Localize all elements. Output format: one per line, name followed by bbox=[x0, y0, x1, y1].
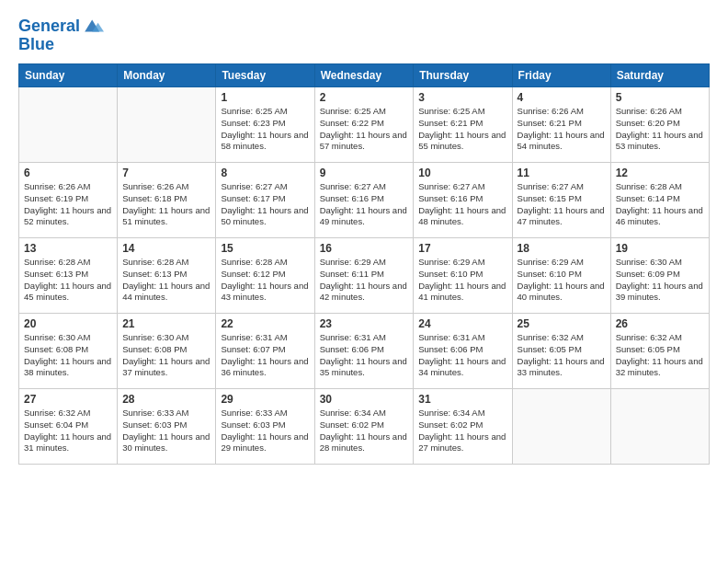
cell-info: Sunrise: 6:28 AMSunset: 6:13 PMDaylight:… bbox=[24, 257, 112, 304]
calendar-cell: 13 Sunrise: 6:28 AMSunset: 6:13 PMDaylig… bbox=[19, 238, 118, 314]
day-number: 15 bbox=[221, 242, 309, 255]
logo: General Blue bbox=[18, 17, 104, 54]
calendar-cell: 2 Sunrise: 6:25 AMSunset: 6:22 PMDayligh… bbox=[314, 87, 414, 163]
calendar-week-0: 1 Sunrise: 6:25 AMSunset: 6:23 PMDayligh… bbox=[19, 87, 710, 163]
calendar-week-3: 20 Sunrise: 6:30 AMSunset: 6:08 PMDaylig… bbox=[19, 314, 710, 389]
cell-info: Sunrise: 6:25 AMSunset: 6:22 PMDaylight:… bbox=[320, 106, 409, 153]
cell-info: Sunrise: 6:30 AMSunset: 6:08 PMDaylight:… bbox=[122, 332, 210, 379]
calendar-header-monday: Monday bbox=[118, 64, 216, 87]
day-number: 17 bbox=[418, 242, 506, 255]
day-number: 10 bbox=[418, 167, 506, 179]
cell-info: Sunrise: 6:33 AMSunset: 6:03 PMDaylight:… bbox=[122, 408, 210, 454]
logo-blue: Blue bbox=[18, 35, 104, 54]
logo-icon bbox=[82, 15, 104, 37]
cell-info: Sunrise: 6:29 AMSunset: 6:11 PMDaylight:… bbox=[320, 257, 409, 304]
day-number: 7 bbox=[122, 167, 210, 179]
cell-info: Sunrise: 6:32 AMSunset: 6:05 PMDaylight:… bbox=[616, 332, 704, 379]
calendar-header-friday: Friday bbox=[512, 64, 610, 87]
day-number: 25 bbox=[518, 317, 606, 330]
day-number: 5 bbox=[616, 91, 704, 104]
calendar-cell: 26 Sunrise: 6:32 AMSunset: 6:05 PMDaylig… bbox=[610, 314, 709, 389]
cell-info: Sunrise: 6:26 AMSunset: 6:20 PMDaylight:… bbox=[616, 106, 704, 153]
day-number: 8 bbox=[221, 167, 309, 179]
day-number: 6 bbox=[24, 167, 112, 179]
cell-info: Sunrise: 6:28 AMSunset: 6:12 PMDaylight:… bbox=[221, 257, 309, 304]
calendar-cell bbox=[610, 389, 709, 465]
calendar-cell: 10 Sunrise: 6:27 AMSunset: 6:16 PMDaylig… bbox=[414, 163, 512, 238]
day-number: 12 bbox=[616, 167, 704, 179]
cell-info: Sunrise: 6:32 AMSunset: 6:05 PMDaylight:… bbox=[518, 332, 606, 379]
cell-info: Sunrise: 6:29 AMSunset: 6:10 PMDaylight:… bbox=[418, 257, 506, 304]
calendar-cell: 19 Sunrise: 6:30 AMSunset: 6:09 PMDaylig… bbox=[610, 238, 709, 314]
cell-info: Sunrise: 6:28 AMSunset: 6:13 PMDaylight:… bbox=[122, 257, 210, 304]
calendar-cell: 25 Sunrise: 6:32 AMSunset: 6:05 PMDaylig… bbox=[512, 314, 610, 389]
day-number: 11 bbox=[518, 167, 606, 179]
calendar-cell: 8 Sunrise: 6:27 AMSunset: 6:17 PMDayligh… bbox=[216, 163, 314, 238]
cell-info: Sunrise: 6:25 AMSunset: 6:21 PMDaylight:… bbox=[418, 106, 506, 153]
day-number: 30 bbox=[320, 393, 409, 406]
calendar-cell: 3 Sunrise: 6:25 AMSunset: 6:21 PMDayligh… bbox=[414, 87, 512, 163]
day-number: 18 bbox=[518, 242, 606, 255]
day-number: 13 bbox=[24, 242, 112, 255]
calendar-header-wednesday: Wednesday bbox=[314, 64, 414, 87]
calendar-cell: 24 Sunrise: 6:31 AMSunset: 6:06 PMDaylig… bbox=[414, 314, 512, 389]
day-number: 23 bbox=[320, 317, 409, 330]
page: General Blue SundayMondayTuesdayWednesda… bbox=[0, 0, 728, 563]
day-number: 29 bbox=[221, 393, 309, 406]
cell-info: Sunrise: 6:31 AMSunset: 6:07 PMDaylight:… bbox=[221, 332, 309, 379]
cell-info: Sunrise: 6:29 AMSunset: 6:10 PMDaylight:… bbox=[518, 257, 606, 304]
day-number: 26 bbox=[616, 317, 704, 330]
cell-info: Sunrise: 6:34 AMSunset: 6:02 PMDaylight:… bbox=[320, 408, 409, 454]
day-number: 27 bbox=[24, 393, 112, 406]
day-number: 22 bbox=[221, 317, 309, 330]
cell-info: Sunrise: 6:32 AMSunset: 6:04 PMDaylight:… bbox=[24, 408, 112, 454]
calendar-cell: 1 Sunrise: 6:25 AMSunset: 6:23 PMDayligh… bbox=[216, 87, 314, 163]
day-number: 28 bbox=[122, 393, 210, 406]
cell-info: Sunrise: 6:31 AMSunset: 6:06 PMDaylight:… bbox=[418, 332, 506, 379]
day-number: 2 bbox=[320, 91, 409, 104]
cell-info: Sunrise: 6:27 AMSunset: 6:15 PMDaylight:… bbox=[518, 181, 606, 228]
cell-info: Sunrise: 6:30 AMSunset: 6:09 PMDaylight:… bbox=[616, 257, 704, 304]
calendar-header-sunday: Sunday bbox=[19, 64, 118, 87]
calendar-cell: 7 Sunrise: 6:26 AMSunset: 6:18 PMDayligh… bbox=[118, 163, 216, 238]
calendar-cell: 20 Sunrise: 6:30 AMSunset: 6:08 PMDaylig… bbox=[19, 314, 118, 389]
day-number: 4 bbox=[518, 91, 606, 104]
day-number: 31 bbox=[418, 393, 506, 406]
calendar-cell: 17 Sunrise: 6:29 AMSunset: 6:10 PMDaylig… bbox=[414, 238, 512, 314]
calendar-header-row: SundayMondayTuesdayWednesdayThursdayFrid… bbox=[19, 64, 710, 87]
cell-info: Sunrise: 6:27 AMSunset: 6:16 PMDaylight:… bbox=[320, 181, 409, 228]
day-number: 20 bbox=[24, 317, 112, 330]
cell-info: Sunrise: 6:26 AMSunset: 6:21 PMDaylight:… bbox=[518, 106, 606, 153]
calendar-cell: 30 Sunrise: 6:34 AMSunset: 6:02 PMDaylig… bbox=[314, 389, 414, 465]
day-number: 16 bbox=[320, 242, 409, 255]
calendar-cell: 31 Sunrise: 6:34 AMSunset: 6:02 PMDaylig… bbox=[414, 389, 512, 465]
calendar-cell bbox=[118, 87, 216, 163]
cell-info: Sunrise: 6:25 AMSunset: 6:23 PMDaylight:… bbox=[221, 106, 309, 153]
cell-info: Sunrise: 6:31 AMSunset: 6:06 PMDaylight:… bbox=[320, 332, 409, 379]
calendar-cell bbox=[19, 87, 118, 163]
day-number: 24 bbox=[418, 317, 506, 330]
calendar-cell: 12 Sunrise: 6:28 AMSunset: 6:14 PMDaylig… bbox=[610, 163, 709, 238]
calendar-week-4: 27 Sunrise: 6:32 AMSunset: 6:04 PMDaylig… bbox=[19, 389, 710, 465]
calendar-week-1: 6 Sunrise: 6:26 AMSunset: 6:19 PMDayligh… bbox=[19, 163, 710, 238]
calendar-cell: 27 Sunrise: 6:32 AMSunset: 6:04 PMDaylig… bbox=[19, 389, 118, 465]
calendar-cell: 28 Sunrise: 6:33 AMSunset: 6:03 PMDaylig… bbox=[118, 389, 216, 465]
cell-info: Sunrise: 6:28 AMSunset: 6:14 PMDaylight:… bbox=[616, 181, 704, 228]
calendar-cell: 16 Sunrise: 6:29 AMSunset: 6:11 PMDaylig… bbox=[314, 238, 414, 314]
calendar-cell: 11 Sunrise: 6:27 AMSunset: 6:15 PMDaylig… bbox=[512, 163, 610, 238]
calendar-header-tuesday: Tuesday bbox=[216, 64, 314, 87]
calendar-cell: 18 Sunrise: 6:29 AMSunset: 6:10 PMDaylig… bbox=[512, 238, 610, 314]
cell-info: Sunrise: 6:26 AMSunset: 6:19 PMDaylight:… bbox=[24, 181, 112, 228]
cell-info: Sunrise: 6:33 AMSunset: 6:03 PMDaylight:… bbox=[221, 408, 309, 454]
calendar-cell: 9 Sunrise: 6:27 AMSunset: 6:16 PMDayligh… bbox=[314, 163, 414, 238]
calendar-cell: 22 Sunrise: 6:31 AMSunset: 6:07 PMDaylig… bbox=[216, 314, 314, 389]
calendar-cell: 6 Sunrise: 6:26 AMSunset: 6:19 PMDayligh… bbox=[19, 163, 118, 238]
calendar-cell: 29 Sunrise: 6:33 AMSunset: 6:03 PMDaylig… bbox=[216, 389, 314, 465]
cell-info: Sunrise: 6:34 AMSunset: 6:02 PMDaylight:… bbox=[418, 408, 506, 454]
calendar-cell: 4 Sunrise: 6:26 AMSunset: 6:21 PMDayligh… bbox=[512, 87, 610, 163]
calendar-cell: 14 Sunrise: 6:28 AMSunset: 6:13 PMDaylig… bbox=[118, 238, 216, 314]
calendar-header-saturday: Saturday bbox=[610, 64, 709, 87]
logo-text: General bbox=[18, 17, 80, 36]
calendar-header-thursday: Thursday bbox=[414, 64, 512, 87]
day-number: 14 bbox=[122, 242, 210, 255]
